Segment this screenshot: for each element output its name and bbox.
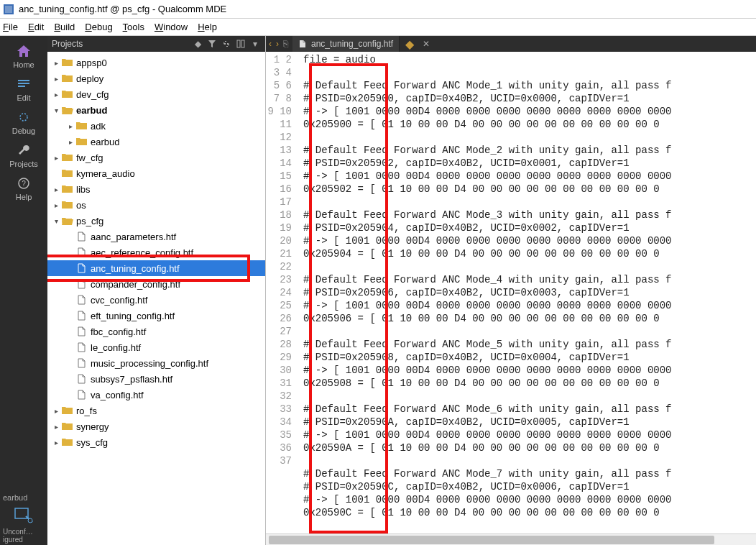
dropdown-icon[interactable]: ◆	[192, 38, 203, 50]
tree-arrow-icon[interactable]: ▸	[66, 138, 75, 146]
menu-file[interactable]: File	[3, 22, 18, 32]
tree-arrow-icon[interactable]: ▸	[66, 344, 75, 352]
tree-item-label: dev_cfg	[76, 89, 109, 100]
tree-row[interactable]: ▸va_config.htf	[47, 387, 265, 403]
tree-row[interactable]: ▸appsp0	[47, 55, 265, 70]
file-icon	[76, 295, 88, 305]
projects-panel: Projects ◆ ▾ ▸appsp0▸deploy▸dev_cfg▾earb…	[47, 36, 266, 545]
tree-row[interactable]: ▸adk	[47, 118, 265, 134]
tree-row[interactable]: ▸music_processing_config.htf	[47, 355, 265, 371]
collapse-icon[interactable]: ▾	[249, 38, 261, 50]
file-icon	[76, 374, 88, 384]
tree-arrow-icon[interactable]: ▸	[66, 312, 75, 320]
editor-tab[interactable]: anc_tuning_config.htf	[292, 36, 400, 52]
tree-row[interactable]: ▸eft_tuning_config.htf	[47, 308, 265, 324]
editor-body[interactable]: 1 2 3 4 5 6 7 8 9 10 11 12 13 14 15 16 1…	[266, 52, 756, 545]
tree-row[interactable]: ▸le_config.htf	[47, 339, 265, 355]
tree-row[interactable]: ▸aanc_parameters.htf	[47, 229, 265, 244]
tree-row[interactable]: ▸deploy	[47, 70, 265, 86]
menu-debug[interactable]: Debug	[85, 22, 112, 32]
editor-area: ‹ › ⎘ anc_tuning_config.htf ◆ ✕ 1 2 3 4 …	[266, 36, 756, 545]
tree-row[interactable]: ▸fw_cfg	[47, 150, 265, 165]
tree-row[interactable]: ▸earbud	[47, 134, 265, 150]
tree-arrow-icon[interactable]: ▸	[66, 375, 75, 383]
activity-projects[interactable]: Projects	[4, 139, 44, 171]
editor-nav: ‹ › ⎘	[269, 39, 288, 49]
tree-row[interactable]: ▸libs	[47, 181, 265, 197]
svg-rect-10	[237, 40, 240, 47]
nav-fwd-icon[interactable]: ›	[276, 39, 279, 49]
tree-arrow-icon[interactable]: ▸	[52, 170, 60, 178]
project-badge-label: earbud	[0, 492, 47, 503]
pin-icon[interactable]: ⎘	[283, 39, 288, 49]
tree-row[interactable]: ▸os	[47, 197, 265, 213]
menu-edit[interactable]: Edit	[28, 22, 44, 32]
menu-build[interactable]: Build	[54, 22, 75, 32]
window-titlebar: anc_tuning_config.htf @ ps_cfg - Qualcom…	[0, 0, 756, 19]
tree-row[interactable]: ▸cvc_config.htf	[47, 292, 265, 308]
tree-row[interactable]: ▸anc_tuning_config.htf	[47, 260, 265, 276]
menu-window[interactable]: Window	[155, 22, 188, 32]
project-tree[interactable]: ▸appsp0▸deploy▸dev_cfg▾earbud▸adk▸earbud…	[47, 52, 265, 545]
file-icon	[76, 263, 88, 273]
window-title: anc_tuning_config.htf @ ps_cfg - Qualcom…	[19, 4, 226, 14]
tree-arrow-icon[interactable]: ▸	[52, 154, 60, 162]
tree-arrow-icon[interactable]: ▸	[66, 265, 75, 272]
folder-icon	[62, 89, 73, 99]
tree-row[interactable]: ▸dev_cfg	[47, 86, 265, 102]
tree-arrow-icon[interactable]: ▸	[52, 186, 60, 193]
tree-arrow-icon[interactable]: ▸	[66, 328, 75, 336]
tree-arrow-icon[interactable]: ▸	[52, 91, 60, 99]
tree-arrow-icon[interactable]: ▸	[52, 201, 60, 209]
folder-open-icon	[62, 216, 73, 226]
tree-arrow-icon[interactable]: ▸	[52, 423, 60, 431]
activity-edit[interactable]: Edit	[4, 73, 44, 105]
tree-arrow-icon[interactable]: ▸	[52, 75, 60, 83]
tree-row[interactable]: ▾earbud	[47, 102, 265, 118]
tree-arrow-icon[interactable]: ▸	[66, 249, 75, 257]
home-icon	[14, 43, 34, 59]
activity-help[interactable]: ? Help	[4, 173, 44, 204]
code-content[interactable]: file = audio # Default Feed Forward ANC …	[299, 52, 756, 545]
tree-row[interactable]: ▸synergy	[47, 418, 265, 434]
tree-arrow-icon[interactable]: ▾	[52, 106, 60, 114]
nav-back-icon[interactable]: ‹	[269, 39, 272, 49]
folder-open-icon	[62, 105, 73, 115]
activity-debug[interactable]: Debug	[4, 106, 44, 138]
tree-row[interactable]: ▸kymera_audio	[47, 165, 265, 181]
close-tab-icon[interactable]: ✕	[423, 39, 430, 49]
tree-row[interactable]: ▸aec_reference_config.htf	[47, 244, 265, 260]
folder-icon	[62, 406, 73, 416]
menu-help[interactable]: Help	[198, 22, 217, 32]
svg-rect-3	[18, 83, 29, 84]
svg-rect-1	[5, 6, 12, 13]
tree-row[interactable]: ▸sys_cfg	[47, 434, 265, 450]
horizontal-scrollbar[interactable]	[266, 533, 756, 545]
help-icon: ?	[14, 175, 34, 191]
tree-arrow-icon[interactable]: ▾	[52, 217, 60, 225]
tree-arrow-icon[interactable]: ▸	[52, 439, 60, 446]
filter-icon[interactable]	[206, 38, 218, 50]
tree-arrow-icon[interactable]: ▸	[66, 296, 75, 304]
tree-row[interactable]: ▸ro_fs	[47, 403, 265, 418]
tree-arrow-icon[interactable]: ▸	[66, 233, 75, 241]
tree-row[interactable]: ▸fbc_config.htf	[47, 324, 265, 339]
menu-tools[interactable]: Tools	[123, 22, 144, 32]
tree-arrow-icon[interactable]: ▸	[52, 59, 60, 67]
link-icon[interactable]	[221, 38, 232, 50]
tree-arrow-icon[interactable]: ▸	[66, 122, 75, 130]
tree-arrow-icon[interactable]: ▸	[66, 359, 75, 367]
tree-arrow-icon[interactable]: ▸	[52, 407, 60, 415]
activity-home[interactable]: Home	[4, 40, 44, 72]
modified-indicator-icon: ◆	[405, 37, 414, 51]
tree-row[interactable]: ▸subsys7_psflash.htf	[47, 371, 265, 387]
tree-row[interactable]: ▸compander_config.htf	[47, 276, 265, 292]
tree-arrow-icon[interactable]: ▸	[66, 280, 75, 288]
tree-arrow-icon[interactable]: ▸	[66, 391, 75, 399]
projects-panel-header: Projects ◆ ▾	[47, 36, 265, 52]
scrollbar-thumb[interactable]	[269, 536, 714, 544]
tree-row[interactable]: ▾ps_cfg	[47, 213, 265, 229]
tree-item-label: fbc_config.htf	[91, 326, 146, 337]
split-icon[interactable]	[235, 38, 246, 50]
config-icon[interactable]	[11, 505, 37, 525]
